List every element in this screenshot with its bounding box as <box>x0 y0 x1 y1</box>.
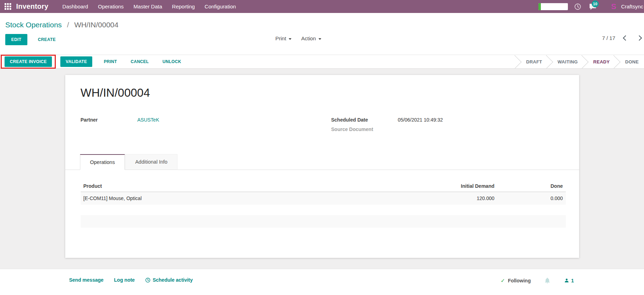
state-separator <box>582 55 589 68</box>
table-empty-row <box>81 205 566 215</box>
menu-reporting[interactable]: Reporting <box>167 0 200 13</box>
scheduled-date-value: 05/06/2021 10:49:32 <box>398 117 443 123</box>
state-waiting[interactable]: WAITING <box>554 55 582 68</box>
record-title: WH/IN/00004 <box>81 86 566 100</box>
apps-grid-icon[interactable] <box>5 3 11 10</box>
following-toggle[interactable]: ✓ Following <box>501 277 531 284</box>
form-sheet: WH/IN/00004 Partner ASUSTeK Scheduled Da… <box>65 75 579 258</box>
print-dropdown[interactable]: Print <box>275 35 291 41</box>
source-document-label: Source Document <box>331 126 398 132</box>
user-menu[interactable]: Craftsync <box>621 4 643 9</box>
top-navbar: Inventory Dashboard Operations Master Da… <box>0 0 644 13</box>
field-groups: Partner ASUSTeK Scheduled Date 05/06/202… <box>81 117 566 136</box>
tab-operations[interactable]: Operations <box>80 154 125 170</box>
highlight-box: CREATE INVOICE <box>1 55 56 69</box>
scheduled-date-label: Scheduled Date <box>331 117 398 123</box>
create-invoice-button[interactable]: CREATE INVOICE <box>5 56 52 67</box>
menu-configuration[interactable]: Configuration <box>200 0 241 13</box>
statusbar: CREATE INVOICE VALIDATE PRINT CANCEL UNL… <box>0 55 644 69</box>
tab-additional-info[interactable]: Additional Info <box>125 154 177 170</box>
menu-operations[interactable]: Operations <box>93 0 128 13</box>
state-pipeline: DRAFT WAITING READY DONE <box>515 55 644 68</box>
user-avatar[interactable]: S <box>609 2 618 11</box>
bell-icon[interactable] <box>544 277 551 284</box>
field-group-left: Partner ASUSTeK <box>81 117 315 136</box>
operations-table: Product Initial Demand Done [E-COM11] Mo… <box>81 180 566 228</box>
unlock-button[interactable]: UNLOCK <box>160 59 183 64</box>
schedule-activity-button[interactable]: Schedule activity <box>145 277 193 283</box>
caret-down-icon <box>289 38 291 40</box>
partner-value-link[interactable]: ASUSTeK <box>137 117 159 123</box>
followers-count: 1 <box>571 278 574 283</box>
cell-product: [E-COM11] Mouse, Optical <box>81 192 420 205</box>
followers-counter[interactable]: 1 <box>564 278 574 283</box>
chatter: Send message Log note Schedule activity … <box>0 269 644 295</box>
breadcrumb: Stock Operations / WH/IN/00004 <box>5 21 119 29</box>
state-done[interactable]: DONE <box>621 55 643 68</box>
table-header-row: Product Initial Demand Done <box>81 180 566 192</box>
systray: 10 S Craftsync <box>538 2 644 11</box>
chatter-buttons: Send message Log note Schedule activity <box>69 277 193 283</box>
notebook-tabs: Operations Additional Info <box>65 154 579 170</box>
column-done: Done <box>497 180 566 192</box>
pager: 7 / 17 <box>602 35 641 41</box>
caret-down-icon <box>318 38 321 40</box>
validate-button[interactable]: VALIDATE <box>60 56 92 67</box>
state-separator <box>515 55 522 68</box>
messages-count-badge: 10 <box>592 0 599 7</box>
control-panel: Stock Operations / WH/IN/00004 EDIT CREA… <box>0 13 644 69</box>
cell-done: 0.000 <box>497 192 566 205</box>
state-separator <box>546 55 554 68</box>
pager-value: 7 / 17 <box>602 35 615 41</box>
action-dropdown[interactable]: Action <box>301 35 321 41</box>
record-menus: Print Action <box>275 35 321 41</box>
chatter-follow-area: ✓ Following 1 <box>501 277 574 284</box>
table-row[interactable]: [E-COM11] Mouse, Optical 120.000 0.000 <box>81 192 566 205</box>
print-dropdown-label: Print <box>275 35 286 41</box>
state-separator <box>613 55 621 68</box>
person-icon <box>564 278 569 283</box>
log-note-button[interactable]: Log note <box>114 277 135 283</box>
pager-previous-icon[interactable] <box>623 35 629 41</box>
field-source-document: Source Document <box>331 126 566 132</box>
cancel-button[interactable]: CANCEL <box>128 59 151 64</box>
field-partner: Partner ASUSTeK <box>81 117 315 123</box>
breadcrumb-current-record: WH/IN/00004 <box>74 21 119 29</box>
following-label: Following <box>508 278 531 283</box>
messages-bubble-icon[interactable]: 10 <box>589 3 597 11</box>
field-group-right: Scheduled Date 05/06/2021 10:49:32 Sourc… <box>331 117 566 136</box>
breadcrumb-separator: / <box>67 21 69 29</box>
cell-initial-demand: 120.000 <box>420 192 497 205</box>
state-draft[interactable]: DRAFT <box>522 55 546 68</box>
timer-widget[interactable] <box>538 3 568 10</box>
main-menu: Dashboard Operations Master Data Reporti… <box>58 0 241 13</box>
breadcrumb-stock-operations[interactable]: Stock Operations <box>5 21 62 29</box>
app-title: Inventory <box>16 2 48 11</box>
activities-clock-icon[interactable] <box>574 3 581 10</box>
field-scheduled-date: Scheduled Date 05/06/2021 10:49:32 <box>331 117 566 123</box>
edit-button[interactable]: EDIT <box>5 34 27 45</box>
print-button[interactable]: PRINT <box>102 59 119 64</box>
state-ready[interactable]: READY <box>589 55 613 68</box>
form-view: WH/IN/00004 Partner ASUSTeK Scheduled Da… <box>0 69 644 269</box>
record-action-buttons: EDIT CREATE <box>5 34 58 45</box>
menu-master-data[interactable]: Master Data <box>129 0 167 13</box>
schedule-activity-label: Schedule activity <box>153 277 193 283</box>
check-icon: ✓ <box>501 277 505 284</box>
table-empty-row <box>81 215 566 228</box>
create-button[interactable]: CREATE <box>36 37 58 42</box>
pager-next-icon[interactable] <box>637 35 642 41</box>
menu-dashboard[interactable]: Dashboard <box>58 0 93 13</box>
schedule-clock-icon <box>145 277 150 283</box>
column-initial-demand: Initial Demand <box>420 180 497 192</box>
action-dropdown-label: Action <box>301 35 316 41</box>
timer-progress-bar <box>538 3 541 10</box>
partner-label: Partner <box>81 117 137 123</box>
send-message-button[interactable]: Send message <box>69 277 103 283</box>
column-product: Product <box>81 180 420 192</box>
